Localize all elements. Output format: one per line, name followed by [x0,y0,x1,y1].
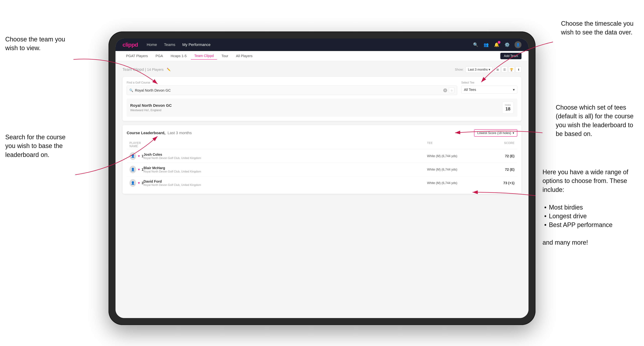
notification-badge: 1 [498,41,500,44]
leaderboard-header: Course Leaderboard, Last 3 months Lowest… [127,129,517,137]
edit-team-icon[interactable]: ✏️ [167,68,170,71]
holes-number: 18 [505,106,511,112]
heart-icon-1: ♥ [138,154,140,158]
annotation-bottom-left: Search for the course you wish to base t… [5,133,66,159]
bell-icon[interactable]: 🔔 1 [494,42,500,48]
holes-box: Holes 18 [502,102,514,114]
navbar: clippd Home Teams My Performance 🔍 👥 🔔 1… [116,38,528,51]
tee-info-2: White (M) (6,744 yds) [427,168,480,172]
favorite-button[interactable]: ☆ [449,88,454,93]
tee-info-3: White (M) (6,744 yds) [427,181,480,185]
course-search-input[interactable] [135,88,442,92]
nav-home[interactable]: Home [147,42,157,47]
col-player: PLAYER NAME [130,142,144,148]
grid-view-icon[interactable]: ⊞ [494,67,500,72]
subnav-pgat[interactable]: PGAT Players [122,53,152,59]
table-row: 👤 ♥ 1 Blair McHarg Royal North Devon Gol… [127,163,517,176]
subnav-hcaps[interactable]: Hcaps 1-5 [167,53,190,59]
subnav-tour[interactable]: Tour [218,53,232,59]
ipad-frame: clippd Home Teams My Performance 🔍 👥 🔔 1… [108,31,536,325]
tee-label: Select Tee [461,81,517,84]
player-rank-3: 👤 ♥ 3 [130,179,144,187]
search-field: 🔍 ✕ ☆ [127,86,457,95]
col-player-name [144,142,427,148]
player-avatar-2: 👤 [130,166,136,173]
score-val-2: 72 (E) [480,168,514,172]
course-finder: Find a Golf Course 🔍 ✕ ☆ Select Tee All … [122,77,522,121]
player-info-2: Blair McHarg Royal North Devon Golf Club… [144,166,427,173]
player-club-2: Royal North Devon Golf Club, United King… [144,170,427,173]
score-type-button[interactable]: Lowest Score (18 holes) ▾ [474,129,517,137]
show-label: Show: [455,68,464,71]
rank-num-2: 1 [142,168,144,172]
leaderboard: Course Leaderboard, Last 3 months Lowest… [122,125,522,194]
nav-teams[interactable]: Teams [164,42,175,47]
player-name-1: Josh Coles [144,153,427,157]
player-club-1: Royal North Devon Golf Club, United King… [144,157,427,160]
leaderboard-title: Course Leaderboard, Last 3 months [127,131,192,135]
tee-select[interactable]: All Tees ▾ [461,86,517,94]
options-list: Most birdies Longest drive Best APP perf… [542,203,634,229]
table-row: 👤 ♥ 1 Josh Coles Royal North Devon Golf … [127,149,517,163]
people-icon[interactable]: 👥 [483,42,489,48]
course-info: Royal North Devon GC Westward Ho!, Engla… [130,103,172,112]
download-icon[interactable]: ⬇ [516,67,522,72]
heart-icon-3: ♥ [138,181,140,185]
rank-num-1: 1 [142,154,144,158]
subnav-pga[interactable]: PGA [152,53,166,59]
search-icon: 🔍 [129,88,133,92]
player-name-2: Blair McHarg [144,166,427,170]
annotation-top-left: Choose the team you wish to view. [5,35,65,53]
search-icon[interactable]: 🔍 [472,42,479,48]
player-name-3: David Ford [144,179,427,183]
finder-row: Find a Golf Course 🔍 ✕ ☆ Select Tee All … [127,81,517,95]
subnav-team-clippd[interactable]: Team Clippd [191,52,217,60]
col-tee: TEE [427,142,480,148]
list-view-icon[interactable]: ☰ [502,67,508,72]
team-title: Team Clippd | 14 Players [122,67,164,72]
table-row: 👤 ♥ 3 David Ford Royal North Devon Golf … [127,176,517,190]
player-rank-2: 👤 ♥ 1 [130,166,144,173]
add-team-button[interactable]: Add Team [500,53,522,59]
clear-search-button[interactable]: ✕ [443,88,447,92]
heart-icon-2: ♥ [138,168,140,172]
player-info-1: Josh Coles Royal North Devon Golf Club, … [144,153,427,160]
main-content: Team Clippd | 14 Players ✏️ Show: Last 3… [116,61,528,318]
nav-right: 🔍 👥 🔔 1 ⚙️ 👤 [472,41,522,48]
holes-label: Holes [505,104,511,106]
ipad-screen: clippd Home Teams My Performance 🔍 👥 🔔 1… [116,38,528,318]
course-result-name: Royal North Devon GC [130,103,172,108]
score-val-1: 72 (E) [480,154,514,158]
rank-num-3: 3 [142,181,144,185]
table-header: PLAYER NAME TEE SCORE [127,140,517,149]
col-score: SCORE [480,142,514,148]
trophy-icon[interactable]: 🏆 [508,67,514,72]
course-result-location: Westward Ho!, England [130,109,172,112]
nav-logo: clippd [122,42,138,48]
player-rank-1: 👤 ♥ 1 [130,152,144,160]
annotation-top-right: Choose the timescale you wish to see the… [561,19,634,37]
player-club-3: Royal North Devon Golf Club, United King… [144,183,427,187]
find-course-col: Find a Golf Course 🔍 ✕ ☆ [127,81,457,95]
show-controls: Show: Last 3 months ▾ ⊞ ☰ 🏆 ⬇ [455,66,522,73]
user-avatar[interactable]: 👤 [514,41,522,48]
select-tee-col: Select Tee All Tees ▾ [461,81,517,95]
course-result: Royal North Devon GC Westward Ho!, Engla… [127,99,517,117]
annotation-mid-right: Choose which set of tees (default is all… [556,103,634,138]
tee-info-1: White (M) (6,744 yds) [427,154,480,158]
find-course-label: Find a Golf Course [127,81,457,84]
subnav: PGAT Players PGA Hcaps 1-5 Team Clippd T… [116,51,528,61]
nav-my-performance[interactable]: My Performance [182,42,210,47]
leaderboard-table: PLAYER NAME TEE SCORE 👤 ♥ 1 Josh [127,140,517,190]
subnav-all-players[interactable]: All Players [232,53,256,59]
player-info-3: David Ford Royal North Devon Golf Club, … [144,179,427,187]
score-val-3: 73 (+1) [480,181,514,185]
period-select[interactable]: Last 3 months ▾ [466,66,492,73]
player-avatar-1: 👤 [130,152,136,160]
nav-links: Home Teams My Performance [147,42,472,47]
view-icons: ⊞ ☰ 🏆 ⬇ [494,67,522,72]
settings-icon[interactable]: ⚙️ [504,42,510,48]
annotation-bottom-right: Here you have a wide range of options to… [542,168,634,247]
team-header: Team Clippd | 14 Players ✏️ Show: Last 3… [122,66,522,73]
player-avatar-3: 👤 [130,179,136,187]
